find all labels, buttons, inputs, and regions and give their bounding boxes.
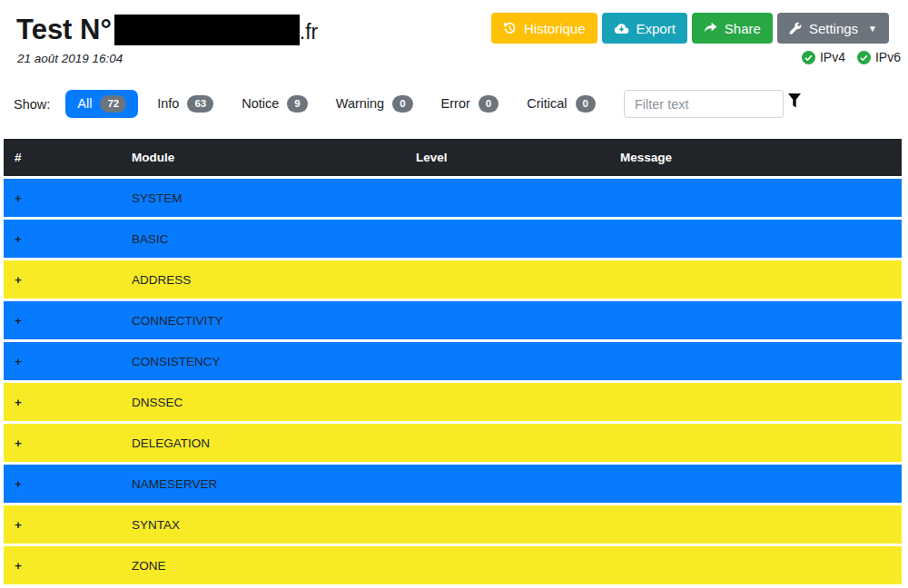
filter-tab-all-label: All [77,96,92,111]
chevron-down-icon: ▼ [868,24,877,34]
filter-tab-warning[interactable]: Warning 0 [336,95,413,113]
filter-tab-critical[interactable]: Critical 0 [527,95,596,113]
expand-row-button[interactable]: + [4,383,121,421]
table-row: +SYNTAX [4,505,902,544]
level-cell [405,424,609,462]
filter-tab-notice[interactable]: Notice 9 [242,95,308,113]
redacted-test-id [114,15,300,45]
module-name: SYNTAX [121,505,405,544]
expand-row-button[interactable]: + [4,220,121,258]
test-date: 21 août 2019 16:04 [17,52,908,65]
filter-tab-error-label: Error [441,96,470,111]
module-name: BASIC [121,220,405,258]
module-name: SYSTEM [121,179,405,217]
message-cell [609,179,902,217]
expand-row-button[interactable]: + [4,505,121,544]
level-cell [405,505,609,544]
count-badge: 0 [576,95,596,113]
table-row: +DELEGATION [4,424,902,462]
table-row: +NAMESERVER [4,465,902,503]
level-cell [405,465,609,503]
table-row: +ADDRESS [4,260,902,299]
action-buttons: Historique Export Share Settings [491,13,889,44]
filter-tab-warning-label: Warning [336,96,384,111]
message-cell [609,505,902,544]
module-name: ADDRESS [121,260,405,299]
message-cell [609,301,902,339]
cloud-download-icon [614,22,629,34]
message-cell [609,342,902,380]
message-cell [609,383,902,421]
results-table-header: # Module Level Message [4,139,902,176]
level-cell [405,342,609,380]
filter-tab-info-label: Info [157,96,179,111]
module-name: NAMESERVER [121,465,405,503]
expand-row-button[interactable]: + [4,424,121,462]
expand-row-button[interactable]: + [4,546,121,584]
table-row: +SYSTEM [4,179,902,217]
ipv4-status-badge: IPv4 [802,50,845,64]
page-title-prefix: Test N° [16,13,112,47]
count-badge: 72 [100,95,126,113]
page-header: Test N° .fr 21 août 2019 16:04 Historiqu… [0,0,908,65]
expand-row-button[interactable]: + [4,301,121,339]
export-button[interactable]: Export [602,13,687,44]
column-header-message: Message [609,139,902,176]
message-cell [609,220,902,258]
message-cell [609,260,902,299]
historique-button[interactable]: Historique [491,13,597,44]
check-circle-icon [857,51,871,64]
filter-tab-info[interactable]: Info 63 [157,95,213,113]
level-cell [405,220,609,258]
level-cell [405,546,609,584]
history-icon [503,22,517,35]
expand-row-button[interactable]: + [4,342,121,380]
page-title-suffix: .fr [300,15,318,49]
level-cell [405,301,609,339]
count-badge: 9 [287,95,307,113]
share-label: Share [725,21,761,36]
filter-tab-all[interactable]: All 72 [65,90,138,118]
filter-tab-error[interactable]: Error 0 [441,95,499,113]
module-name: DNSSEC [121,383,405,421]
results-body: +SYSTEM+BASIC+ADDRESS+CONNECTIVITY+CONSI… [4,179,902,584]
expand-row-button[interactable]: + [4,260,121,299]
wrench-icon [789,22,802,34]
level-cell [405,179,609,217]
severity-filter-bar: Show: All 72 Info 63 Notice 9 Warning 0 … [14,90,908,118]
count-badge: 0 [479,95,498,113]
share-arrow-icon [704,22,717,34]
settings-button[interactable]: Settings ▼ [777,13,889,44]
count-badge: 0 [392,95,412,113]
module-name: ZONE [121,546,405,584]
message-cell [609,546,902,584]
filter-funnel-icon[interactable] [787,93,802,112]
table-row: +CONNECTIVITY [4,301,902,339]
message-cell [609,424,902,462]
share-button[interactable]: Share [692,13,773,44]
table-row: +CONSISTENCY [4,342,902,380]
module-name: CONNECTIVITY [121,301,405,339]
filter-tab-notice-label: Notice [242,96,279,111]
column-header-module: Module [121,139,405,176]
table-row: +DNSSEC [4,383,902,421]
level-cell [405,383,609,421]
ipv6-status-badge: IPv6 [857,50,901,64]
table-row: +BASIC [4,220,902,258]
settings-label: Settings [809,21,858,36]
results-table: # Module Level Message +SYSTEM+BASIC+ADD… [4,136,902,587]
module-name: DELEGATION [121,424,405,462]
column-header-level: Level [405,139,609,176]
historique-label: Historique [524,21,586,36]
expand-row-button[interactable]: + [4,179,121,217]
message-cell [609,465,902,503]
ipv4-label: IPv4 [820,50,845,64]
expand-row-button[interactable]: + [4,465,121,503]
filter-text-input[interactable] [624,90,784,118]
table-row: +ZONE [4,546,902,584]
level-cell [405,260,609,299]
export-label: Export [637,21,676,36]
zonemaster-result-page: Test N° .fr 21 août 2019 16:04 Historiqu… [0,0,908,588]
column-header-index: # [4,139,121,176]
ip-protocol-status: IPv4 IPv6 [802,50,901,64]
